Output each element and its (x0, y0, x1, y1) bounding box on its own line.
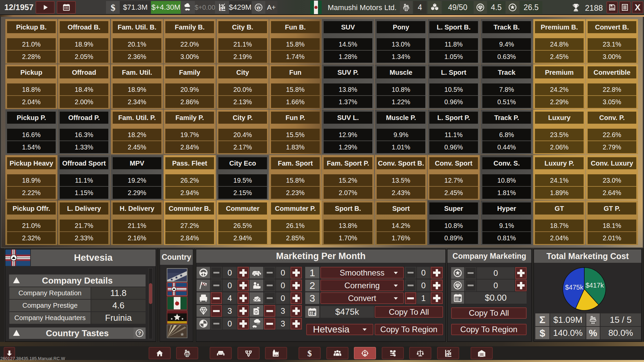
svg-text:$: $ (258, 6, 260, 10)
svg-text:$: $ (314, 312, 316, 315)
svg-text:$: $ (308, 349, 312, 358)
svg-text:$: $ (446, 353, 448, 357)
svg-text:$: $ (220, 7, 222, 11)
svg-text:?: ? (138, 330, 141, 336)
svg-text:$: $ (460, 298, 462, 301)
svg-text:$: $ (111, 2, 115, 13)
